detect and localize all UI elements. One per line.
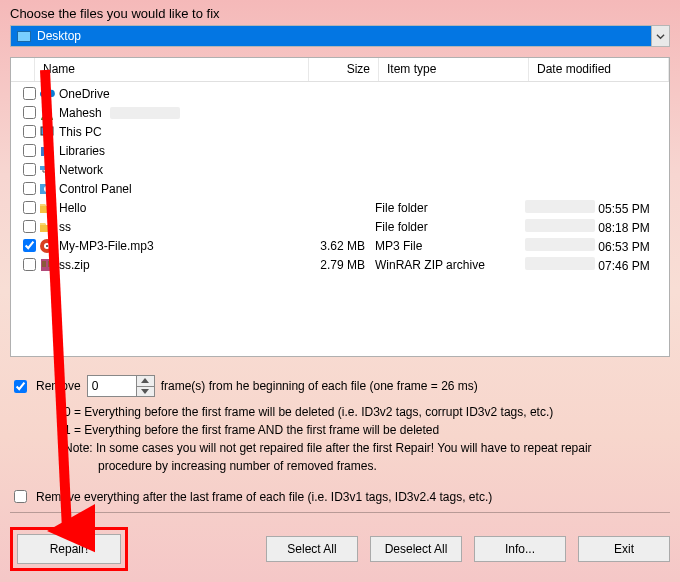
- col-size[interactable]: Size: [309, 58, 379, 81]
- row-checkbox[interactable]: [23, 163, 36, 176]
- svg-rect-14: [42, 261, 46, 267]
- mp3-icon: [39, 238, 55, 254]
- table-row[interactable]: My-MP3-File.mp33.62 MBMP3 File 06:53 PM: [11, 236, 669, 255]
- deselect-all-button[interactable]: Deselect All: [370, 536, 462, 562]
- svg-rect-3: [41, 147, 44, 156]
- file-name: OneDrive: [59, 87, 110, 101]
- cp-icon: [39, 181, 55, 197]
- page-title: Choose the files you would like to fix: [10, 6, 220, 21]
- svg-rect-4: [45, 146, 48, 156]
- row-checkbox[interactable]: [23, 182, 36, 195]
- exit-button[interactable]: Exit: [578, 536, 670, 562]
- file-type: File folder: [375, 220, 525, 234]
- svg-point-0: [44, 107, 50, 113]
- stepper-up[interactable]: [137, 376, 154, 387]
- svg-rect-15: [48, 261, 52, 267]
- info-button[interactable]: Info...: [474, 536, 566, 562]
- table-row[interactable]: Libraries: [11, 141, 669, 160]
- stepper-down[interactable]: [137, 387, 154, 397]
- file-date: 08:18 PM: [525, 219, 665, 235]
- libs-icon: [39, 143, 55, 159]
- col-date[interactable]: Date modified: [529, 58, 669, 81]
- file-size: 3.62 MB: [305, 239, 375, 253]
- file-name: This PC: [59, 125, 102, 139]
- file-name: Libraries: [59, 144, 105, 158]
- table-row[interactable]: This PC: [11, 122, 669, 141]
- column-headers[interactable]: Name Size Item type Date modified: [11, 58, 669, 82]
- folder-icon: [39, 200, 55, 216]
- redacted-text: [110, 107, 180, 119]
- file-date: 05:55 PM: [525, 200, 665, 216]
- remove-after-label: Remove everything after the last frame o…: [36, 490, 492, 504]
- file-name: Network: [59, 163, 103, 177]
- table-row[interactable]: Network: [11, 160, 669, 179]
- svg-point-12: [46, 245, 48, 247]
- col-type[interactable]: Item type: [379, 58, 529, 81]
- net-icon: [39, 162, 55, 178]
- file-date: 07:46 PM: [525, 257, 665, 273]
- pc-icon: [39, 124, 55, 140]
- remove-label: Remove: [36, 379, 81, 393]
- frame-count-stepper[interactable]: [87, 375, 155, 397]
- file-type: MP3 File: [375, 239, 525, 253]
- repair-highlight: Repair!: [10, 527, 128, 571]
- table-row[interactable]: ssFile folder 08:18 PM: [11, 217, 669, 236]
- table-row[interactable]: HelloFile folder 05:55 PM: [11, 198, 669, 217]
- chevron-down-icon[interactable]: [651, 26, 669, 46]
- svg-rect-1: [41, 127, 53, 135]
- row-checkbox[interactable]: [23, 87, 36, 100]
- frame-count-input[interactable]: [88, 376, 136, 396]
- row-checkbox[interactable]: [23, 220, 36, 233]
- location-dropdown[interactable]: Desktop: [10, 25, 670, 47]
- file-size: 2.79 MB: [305, 258, 375, 272]
- col-name[interactable]: Name: [35, 58, 309, 81]
- file-list: Name Size Item type Date modified OneDri…: [10, 57, 670, 357]
- cloud-icon: [39, 86, 55, 102]
- svg-rect-5: [49, 148, 52, 156]
- svg-point-9: [44, 186, 50, 192]
- select-all-button[interactable]: Select All: [266, 536, 358, 562]
- svg-rect-6: [40, 166, 46, 170]
- row-checkbox[interactable]: [23, 258, 36, 271]
- location-text: Desktop: [37, 29, 81, 43]
- explanation-text: 0 = Everything before the first frame wi…: [10, 403, 670, 475]
- file-name: ss.zip: [59, 258, 90, 272]
- row-checkbox[interactable]: [23, 144, 36, 157]
- user-icon: [39, 105, 55, 121]
- repair-button[interactable]: Repair!: [17, 534, 121, 564]
- desktop-icon: [17, 31, 31, 42]
- file-date: 06:53 PM: [525, 238, 665, 254]
- file-name: My-MP3-File.mp3: [59, 239, 154, 253]
- file-name: ss: [59, 220, 71, 234]
- table-row[interactable]: OneDrive: [11, 84, 669, 103]
- row-checkbox[interactable]: [23, 106, 36, 119]
- row-checkbox[interactable]: [23, 239, 36, 252]
- row-checkbox[interactable]: [23, 201, 36, 214]
- file-type: WinRAR ZIP archive: [375, 258, 525, 272]
- file-type: File folder: [375, 201, 525, 215]
- zip-icon: [39, 257, 55, 273]
- table-row[interactable]: Mahesh: [11, 103, 669, 122]
- folder-icon: [39, 219, 55, 235]
- file-name: Mahesh: [59, 106, 102, 120]
- svg-rect-2: [44, 136, 50, 138]
- remove-suffix: frame(s) from he beginning of each file …: [161, 379, 478, 393]
- row-checkbox[interactable]: [23, 125, 36, 138]
- remove-after-checkbox[interactable]: [14, 490, 27, 503]
- table-row[interactable]: ss.zip2.79 MBWinRAR ZIP archive 07:46 PM: [11, 255, 669, 274]
- remove-checkbox[interactable]: [14, 380, 27, 393]
- file-name: Control Panel: [59, 182, 132, 196]
- table-row[interactable]: Control Panel: [11, 179, 669, 198]
- file-name: Hello: [59, 201, 86, 215]
